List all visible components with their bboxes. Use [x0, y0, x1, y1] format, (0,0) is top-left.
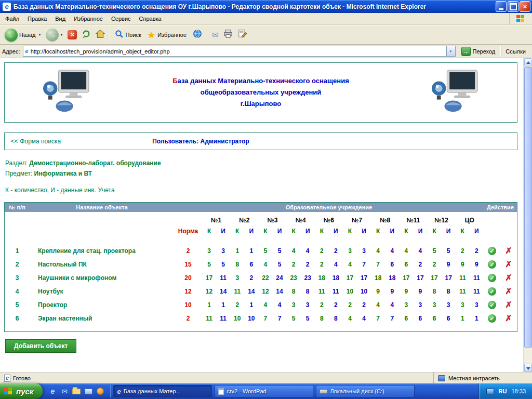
- home-button[interactable]: [94, 26, 107, 43]
- task-button-database[interactable]: e База данных Матер...: [113, 385, 212, 397]
- k-header: К: [428, 225, 442, 237]
- minimize-button[interactable]: [496, 1, 507, 12]
- menu-tools[interactable]: Сервис: [107, 14, 135, 24]
- delete-icon[interactable]: ✗: [505, 260, 512, 269]
- menu-favorites[interactable]: Избранное: [70, 14, 107, 24]
- k-value: 17: [428, 271, 442, 285]
- history-button[interactable]: [191, 26, 204, 43]
- school-header: №8: [371, 212, 399, 225]
- scroll-up-arrow[interactable]: [524, 58, 532, 66]
- vertical-scrollbar[interactable]: [523, 58, 532, 372]
- refresh-button[interactable]: [79, 26, 93, 43]
- object-row: 2Настольный ПК1555864522244776622999✓✗: [5, 258, 517, 271]
- back-dropdown-icon[interactable]: ▼: [38, 33, 42, 36]
- i-value: 18: [385, 271, 399, 285]
- norma-value: 20: [174, 271, 202, 285]
- i-value: 17: [442, 271, 456, 285]
- k-value: 7: [258, 312, 272, 325]
- language-indicator[interactable]: RU: [499, 388, 507, 394]
- menu-view[interactable]: Вид: [51, 14, 70, 24]
- scroll-thumb[interactable]: [524, 67, 532, 348]
- forward-button[interactable]: → ▼: [44, 26, 65, 43]
- i-value: 9: [385, 285, 399, 298]
- forward-dropdown-icon[interactable]: ▼: [60, 33, 63, 36]
- menu-help[interactable]: Справка: [135, 14, 166, 24]
- search-form-link[interactable]: << Форма поиска: [11, 138, 61, 145]
- media-quicklaunch-icon[interactable]: [96, 387, 105, 396]
- task-button-local-disk[interactable]: Локальный диск (C:): [316, 385, 415, 397]
- row-number: 1: [5, 244, 30, 258]
- approve-icon[interactable]: ✓: [488, 247, 496, 255]
- menubar: Файл Правка Вид Избранное Сервис Справка: [0, 13, 532, 25]
- i-value: 17: [413, 271, 427, 285]
- show-desktop-icon[interactable]: [84, 387, 93, 396]
- k-value: 6: [428, 312, 442, 325]
- delete-icon[interactable]: ✗: [505, 287, 512, 296]
- delete-icon[interactable]: ✗: [505, 300, 512, 309]
- delete-icon[interactable]: ✗: [505, 273, 512, 282]
- i-value: 6: [385, 258, 399, 271]
- object-name: Ноутбук: [30, 285, 174, 298]
- address-input[interactable]: e http://localhost/tech_provision/admin_…: [23, 46, 456, 57]
- go-button[interactable]: → Переход: [458, 46, 499, 57]
- approve-icon[interactable]: ✓: [488, 301, 496, 309]
- i-value: 11: [470, 271, 484, 285]
- i-value: 7: [357, 258, 371, 271]
- task-button-wordpad[interactable]: crv2 - WordPad: [215, 385, 313, 397]
- system-tray: RU 18:33: [478, 383, 532, 399]
- search-button[interactable]: Поиск: [113, 26, 144, 43]
- menu-file[interactable]: Файл: [1, 14, 23, 24]
- i-value: 1: [470, 312, 484, 325]
- school-header: №11: [399, 212, 427, 225]
- k-value: 5: [287, 312, 301, 325]
- k-header: К: [371, 225, 385, 237]
- window-title: База данных Материально-технического осн…: [14, 3, 496, 10]
- close-button[interactable]: ×: [520, 1, 530, 12]
- object-row: 1Крепление для стац. проектора2331155442…: [5, 244, 517, 258]
- norma-value: 2: [174, 244, 202, 258]
- i-value: 9: [442, 258, 456, 271]
- address-dropdown[interactable]: ▼: [446, 46, 455, 56]
- favorites-button[interactable]: ★ Избранное: [145, 26, 190, 43]
- delete-cell: ✗: [500, 271, 517, 285]
- start-label: пуск: [16, 387, 33, 396]
- add-object-button[interactable]: Добавить объект: [5, 339, 76, 353]
- folder-quicklaunch-icon[interactable]: [72, 387, 81, 396]
- k-value: 3: [456, 298, 470, 312]
- network-tray-icon[interactable]: [486, 389, 494, 394]
- scroll-down-arrow[interactable]: [524, 364, 532, 372]
- menu-edit[interactable]: Правка: [23, 14, 51, 24]
- approve-icon[interactable]: ✓: [488, 260, 496, 269]
- maximize-button[interactable]: [508, 1, 518, 12]
- stop-button[interactable]: ×: [65, 26, 79, 43]
- school-header: №1: [202, 212, 230, 225]
- k-header: К: [202, 225, 216, 237]
- k-value: 4: [371, 244, 385, 258]
- print-button[interactable]: [221, 26, 235, 43]
- edit-button[interactable]: [235, 26, 249, 43]
- outlook-quicklaunch-icon[interactable]: ✉: [60, 387, 69, 396]
- i-value: 14: [216, 285, 230, 298]
- approve-icon[interactable]: ✓: [488, 314, 496, 323]
- i-value: 2: [329, 244, 343, 258]
- row-number: 2: [5, 258, 30, 271]
- object-row: 5Проектор1011214433222244333333✓✗: [5, 298, 517, 312]
- delete-icon[interactable]: ✗: [505, 314, 512, 323]
- i-value: 3: [442, 298, 456, 312]
- mail-button[interactable]: ✉: [210, 26, 221, 43]
- mail-icon: ✉: [212, 30, 219, 39]
- ie-quicklaunch-icon[interactable]: e: [48, 387, 57, 396]
- search-icon: [115, 30, 124, 41]
- links-button[interactable]: Ссылки: [501, 46, 530, 57]
- delete-icon[interactable]: ✗: [505, 246, 512, 255]
- i-value: 2: [413, 258, 427, 271]
- i-header: И: [357, 225, 371, 237]
- back-button[interactable]: ← Назад ▼: [3, 26, 43, 43]
- approve-icon[interactable]: ✓: [488, 274, 496, 282]
- table-header-row: № п/п Название объекта Образовательное у…: [5, 203, 517, 212]
- k-value: 10: [230, 312, 244, 325]
- i-value: 5: [272, 244, 286, 258]
- start-button[interactable]: пуск: [0, 383, 43, 399]
- i-value: 2: [301, 258, 315, 271]
- approve-icon[interactable]: ✓: [488, 287, 496, 296]
